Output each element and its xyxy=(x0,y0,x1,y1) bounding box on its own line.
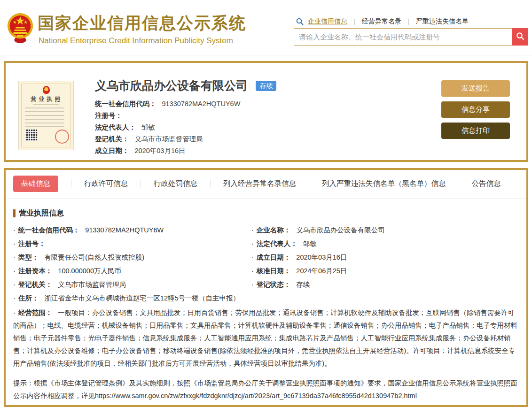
national-emblem-logo xyxy=(7,12,34,44)
search-icon xyxy=(296,18,304,25)
summary-row: 法定代表人：邹敏 xyxy=(95,123,276,131)
field-value: 存续 xyxy=(296,281,310,288)
tab-serious-violations-blacklist[interactable]: 列入严重违法失信名单（黑名单）信息 xyxy=(322,179,446,189)
status-badge: 存续 xyxy=(256,81,276,91)
divider xyxy=(459,180,459,187)
search-icon xyxy=(516,32,524,42)
divider xyxy=(210,180,211,187)
field-value: 义乌市市场监督管理局 xyxy=(135,135,203,143)
field-label: 登记机关： xyxy=(18,281,53,288)
field-label: 登记机关： xyxy=(95,135,129,143)
license-fields-grid: ·统一社会信用代码：91330782MA2HQTUY6W ·企业名称：义乌市欣品… xyxy=(13,225,519,289)
divider xyxy=(71,180,71,187)
tab-basic-info[interactable]: 基础信息 xyxy=(13,176,58,192)
field-label: 经营范围： xyxy=(18,309,53,316)
field-row: ·注册号： xyxy=(13,239,251,248)
field-label: 法定代表人： xyxy=(257,240,297,247)
field-value: 浙江省金华市义乌市稠城街道赵宅一区12幢5号一楼（自主申报） xyxy=(44,294,240,302)
summary-row: 登记机关：义乌市市场监督管理局 xyxy=(95,135,276,143)
field-row: ·登记机关：义乌市市场监督管理局 xyxy=(13,280,251,289)
info-share-button[interactable]: 信息分享 xyxy=(441,101,510,118)
field-row: ·核准日期：2024年06月25日 xyxy=(251,266,519,276)
nav-link-serious-violations[interactable]: 严重违法失信名单 xyxy=(416,17,469,26)
field-value: 100.000000万人民币 xyxy=(58,267,121,275)
company-summary-card: 营业执照 义乌市欣品办公设备有限公司 存续 统一社会信用代码：91330782M… xyxy=(4,61,528,162)
license-subline xyxy=(33,104,59,105)
field-label: 注册资本： xyxy=(18,267,53,275)
divider xyxy=(141,180,141,187)
field-value: 2020年03月16日 xyxy=(296,253,347,261)
section-title-text: 营业执照信息 xyxy=(19,208,64,218)
bullet: · xyxy=(13,226,16,234)
qr-code xyxy=(25,129,38,141)
field-label: 法定代表人： xyxy=(95,123,136,131)
detail-card: 基础信息 行政许可信息 行政处罚信息 列入经营异常名录信息 列入严重违法失信名单… xyxy=(4,168,528,407)
license-title: 营业执照 xyxy=(26,95,67,103)
field-label: 核准日期： xyxy=(257,267,291,275)
section-title: 营业执照信息 xyxy=(13,208,519,218)
summary-fields: 统一社会信用代码：91330782MA2HQTUY6W 注册号： 法定代表人：邹… xyxy=(95,100,276,155)
company-name: 义乌市欣品办公设备有限公司 xyxy=(95,78,248,93)
field-row: ·注册资本：100.000000万人民币 xyxy=(13,266,251,276)
field-label: 住所： xyxy=(18,294,39,302)
field-row: ·登记状态：存续 xyxy=(251,280,519,289)
divider xyxy=(354,19,355,25)
tab-administrative-penalty[interactable]: 行政处罚信息 xyxy=(154,179,197,189)
field-value: 邹敏 xyxy=(303,240,317,247)
summary-row: 注册号： xyxy=(95,111,276,120)
notice-text: 提示：根据《市场主体登记管理条例》及其实施细则，按照《市场监管总局办公厅关于调整… xyxy=(13,377,519,402)
site-title: 国家企业信用信息公示系统 xyxy=(38,12,246,34)
bullet: · xyxy=(13,294,16,302)
field-value: 91330782MA2HQTUY6W xyxy=(85,226,164,234)
license-text-lines xyxy=(25,108,64,128)
bullet: · xyxy=(251,281,254,288)
site-subtitle: National Enterprise Credit Information P… xyxy=(39,36,233,46)
field-value: 2020年03月16日 xyxy=(135,147,186,154)
license-emblem-icon xyxy=(43,86,50,94)
field-label: 注册号： xyxy=(95,112,122,119)
tab-abnormal-operations-list[interactable]: 列入经营异常名录信息 xyxy=(223,179,296,189)
divider xyxy=(408,19,409,25)
field-row: ·企业名称：义乌市欣品办公设备有限公司 xyxy=(251,225,519,235)
license-frame: 营业执照 xyxy=(21,84,71,147)
nav-link-enterprise-credit[interactable]: 企业信用信息 xyxy=(308,17,347,26)
search-input[interactable] xyxy=(294,28,512,46)
field-value: 一般项目：办公设备销售；文具用品批发；日用百货销售；劳保用品批发；通讯设备销售；… xyxy=(13,309,517,367)
field-row: ·成立日期：2020年03月16日 xyxy=(251,253,519,262)
tab-announcements[interactable]: 公告信息 xyxy=(472,179,501,189)
divider xyxy=(309,180,309,187)
site-header: 国家企业信用信息公示系统 National Enterprise Credit … xyxy=(0,0,532,55)
tab-bar: 基础信息 行政许可信息 行政处罚信息 列入经营异常名录信息 列入严重违法失信名单… xyxy=(6,170,526,199)
bullet: · xyxy=(251,240,254,247)
search-button[interactable] xyxy=(512,28,528,46)
info-print-button[interactable]: 信息打印 xyxy=(441,123,510,139)
field-row: ·法定代表人：邹敏 xyxy=(251,239,519,248)
field-label: 统一社会信用代码： xyxy=(95,100,156,108)
bullet: · xyxy=(251,253,254,261)
field-label: 注册号： xyxy=(18,240,46,247)
bullet: · xyxy=(251,226,254,234)
nav-link-abnormal-operations[interactable]: 经营异常名录 xyxy=(362,17,401,26)
field-label: 企业名称： xyxy=(257,226,291,234)
field-value: 有限责任公司(自然人投资或控股) xyxy=(44,253,144,261)
send-report-button[interactable]: 发送报告 xyxy=(441,80,510,97)
search-bar xyxy=(294,28,528,46)
bullet: · xyxy=(251,267,254,275)
bullet: · xyxy=(13,309,16,316)
field-label: 类型： xyxy=(18,253,39,261)
field-row: ·类型：有限责任公司(自然人投资或控股) xyxy=(13,253,251,262)
bullet: · xyxy=(13,281,16,288)
summary-row: 成立日期：2020年03月16日 xyxy=(95,146,276,155)
field-value: 邹敏 xyxy=(141,123,155,131)
field-label: 成立日期： xyxy=(257,253,291,261)
bullet: · xyxy=(13,240,16,247)
tab-administrative-license[interactable]: 行政许可信息 xyxy=(84,179,128,189)
section-marker xyxy=(13,209,16,217)
business-license-thumbnail[interactable]: 营业执照 xyxy=(18,81,74,150)
top-nav: 企业信用信息 经营异常名录 严重违法失信名单 xyxy=(296,17,469,26)
field-value: 义乌市欣品办公设备有限公司 xyxy=(296,226,385,234)
red-seal xyxy=(55,130,69,144)
field-label: 成立日期： xyxy=(95,147,129,154)
field-value: 91330782MA2HQTUY6W xyxy=(162,100,241,108)
field-label: 统一社会信用代码： xyxy=(18,226,80,234)
